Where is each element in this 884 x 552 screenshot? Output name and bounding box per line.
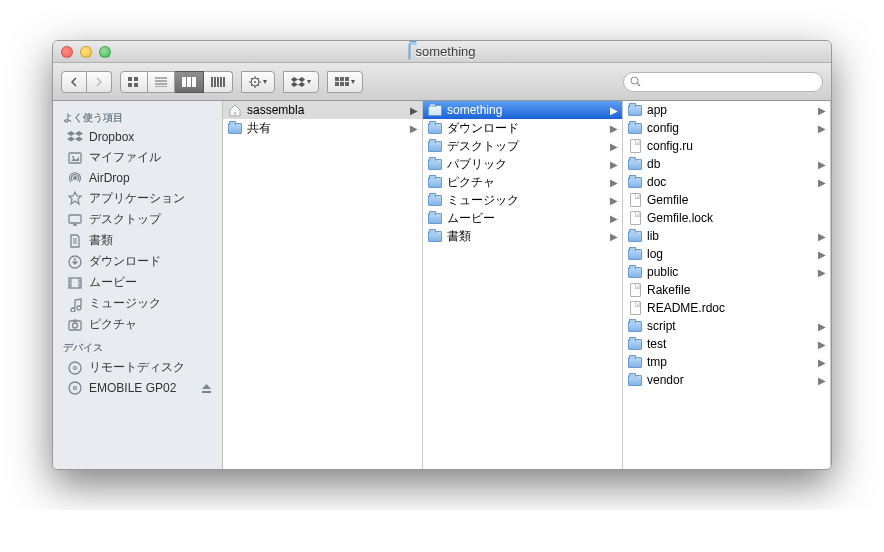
item-label: db xyxy=(647,157,660,171)
item-label: ミュージック xyxy=(447,192,519,209)
minimize-button[interactable] xyxy=(80,46,92,58)
list-item[interactable]: ダウンロード▶ xyxy=(423,119,622,137)
myfiles-icon xyxy=(67,150,83,166)
svg-point-36 xyxy=(74,366,77,369)
list-item[interactable]: vendor▶ xyxy=(623,371,830,389)
list-item[interactable]: sassembla▶ xyxy=(223,101,422,119)
sidebar-item[interactable]: アプリケーション xyxy=(53,188,222,209)
dropbox-icon xyxy=(67,129,83,145)
search-input[interactable] xyxy=(645,76,816,88)
list-item[interactable]: lib▶ xyxy=(623,227,830,245)
dropbox-menu-button[interactable]: ▾ xyxy=(283,71,319,93)
sidebar-item[interactable]: ミュージック xyxy=(53,293,222,314)
list-item[interactable]: app▶ xyxy=(623,101,830,119)
movies-icon xyxy=(67,275,83,291)
list-item[interactable]: db▶ xyxy=(623,155,830,173)
item-label: デスクトップ xyxy=(447,138,519,155)
item-label: log xyxy=(647,247,663,261)
column[interactable]: app▶config▶config.rudb▶doc▶GemfileGemfil… xyxy=(623,101,831,469)
list-item[interactable]: 書類▶ xyxy=(423,227,622,245)
icon-view-button[interactable] xyxy=(120,71,148,93)
folder-icon xyxy=(227,120,243,136)
forward-button[interactable] xyxy=(87,71,112,93)
item-label: 共有 xyxy=(247,120,271,137)
item-label: vendor xyxy=(647,373,684,387)
sidebar-item[interactable]: リモートディスク xyxy=(53,357,222,378)
folder-icon xyxy=(627,318,643,334)
list-item[interactable]: ミュージック▶ xyxy=(423,191,622,209)
column-view-button[interactable] xyxy=(175,71,204,93)
back-button[interactable] xyxy=(61,71,87,93)
svg-rect-2 xyxy=(128,83,132,87)
arrange-menu-button[interactable]: ▾ xyxy=(327,71,363,93)
sidebar-item[interactable]: EMOBILE GP02 xyxy=(53,378,222,398)
sidebar-item-label: 書類 xyxy=(89,232,113,249)
folder-icon xyxy=(409,44,411,59)
item-label: config xyxy=(647,121,679,135)
folder-icon xyxy=(427,192,443,208)
chevron-right-icon: ▶ xyxy=(818,123,826,134)
svg-rect-11 xyxy=(211,77,213,87)
search-field[interactable] xyxy=(623,72,823,92)
list-item[interactable]: README.rdoc xyxy=(623,299,830,317)
list-item[interactable]: Gemfile xyxy=(623,191,830,209)
list-item[interactable]: 共有▶ xyxy=(223,119,422,137)
list-view-button[interactable] xyxy=(148,71,175,93)
list-item[interactable]: デスクトップ▶ xyxy=(423,137,622,155)
sidebar-item[interactable]: ピクチャ xyxy=(53,314,222,335)
coverflow-view-button[interactable] xyxy=(204,71,233,93)
close-button[interactable] xyxy=(61,46,73,58)
sidebar-item-label: EMOBILE GP02 xyxy=(89,381,176,395)
sidebar[interactable]: よく使う項目DropboxマイファイルAirDropアプリケーションデスクトップ… xyxy=(53,101,223,469)
eject-icon[interactable] xyxy=(201,383,212,394)
folder-icon xyxy=(427,156,443,172)
item-label: tmp xyxy=(647,355,667,369)
list-item[interactable]: script▶ xyxy=(623,317,830,335)
list-item[interactable]: test▶ xyxy=(623,335,830,353)
folder-icon xyxy=(627,246,643,262)
documents-icon xyxy=(67,233,83,249)
list-item[interactable]: Gemfile.lock xyxy=(623,209,830,227)
svg-rect-20 xyxy=(345,77,349,81)
nav-buttons xyxy=(61,71,112,93)
item-label: app xyxy=(647,103,667,117)
svg-rect-10 xyxy=(192,77,196,87)
sidebar-item[interactable]: デスクトップ xyxy=(53,209,222,230)
folder-icon xyxy=(427,138,443,154)
list-item[interactable]: config▶ xyxy=(623,119,830,137)
list-item[interactable]: log▶ xyxy=(623,245,830,263)
folder-icon xyxy=(627,156,643,172)
chevron-right-icon: ▶ xyxy=(610,159,618,170)
chevron-down-icon: ▾ xyxy=(307,77,311,86)
sidebar-item-label: Dropbox xyxy=(89,130,134,144)
sidebar-item[interactable]: ダウンロード xyxy=(53,251,222,272)
sidebar-item[interactable]: 書類 xyxy=(53,230,222,251)
item-label: test xyxy=(647,337,666,351)
sidebar-item[interactable]: Dropbox xyxy=(53,127,222,147)
folder-icon xyxy=(427,228,443,244)
chevron-down-icon: ▾ xyxy=(351,77,355,86)
list-item[interactable]: public▶ xyxy=(623,263,830,281)
list-item[interactable]: tmp▶ xyxy=(623,353,830,371)
list-item[interactable]: doc▶ xyxy=(623,173,830,191)
file-icon xyxy=(627,300,643,316)
sidebar-item[interactable]: AirDrop xyxy=(53,168,222,188)
list-item[interactable]: something▶ xyxy=(423,101,622,119)
window-title-text: something xyxy=(416,44,476,59)
list-item[interactable]: Rakefile xyxy=(623,281,830,299)
list-item[interactable]: ピクチャ▶ xyxy=(423,173,622,191)
action-menu-button[interactable]: ▾ xyxy=(241,71,275,93)
list-item[interactable]: config.ru xyxy=(623,137,830,155)
list-item[interactable]: ムービー▶ xyxy=(423,209,622,227)
column[interactable]: sassembla▶共有▶ xyxy=(223,101,423,469)
sidebar-item[interactable]: ムービー xyxy=(53,272,222,293)
sidebar-item-label: AirDrop xyxy=(89,171,130,185)
list-item[interactable]: パブリック▶ xyxy=(423,155,622,173)
column[interactable]: something▶ダウンロード▶デスクトップ▶パブリック▶ピクチャ▶ミュージッ… xyxy=(423,101,623,469)
zoom-button[interactable] xyxy=(99,46,111,58)
airdrop-icon xyxy=(67,170,83,186)
sidebar-item[interactable]: マイファイル xyxy=(53,147,222,168)
item-label: 書類 xyxy=(447,228,471,245)
titlebar[interactable]: something xyxy=(53,41,831,63)
disc-icon xyxy=(67,380,83,396)
